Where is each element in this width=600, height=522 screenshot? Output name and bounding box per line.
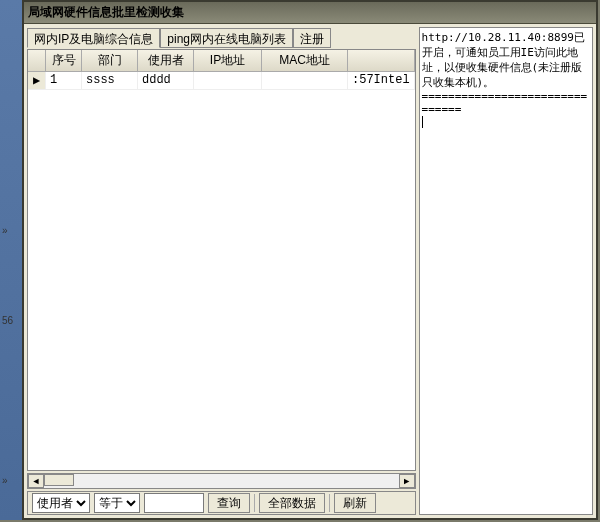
scroll-track[interactable] [44,474,399,488]
right-panel: http://10.28.11.40:8899已开启，可通知员工用IE访问此地址… [419,27,593,515]
memo-text: http://10.28.11.40:8899已开启，可通知员工用IE访问此地址… [422,31,588,116]
cell-seq[interactable]: 1 [46,72,82,89]
scroll-thumb[interactable] [44,474,74,486]
toolbar-divider [254,494,255,512]
all-data-button[interactable]: 全部数据 [259,493,325,513]
grid-header-row: 序号 部门 使用者 IP地址 MAC地址 [28,50,415,72]
operator-select[interactable]: 等于 [94,493,140,513]
col-header-mac[interactable]: MAC地址 [262,50,348,71]
content-area: 网内IP及电脑综合信息 ping网内在线电脑列表 注册 序号 部门 使用者 IP… [24,24,596,518]
left-panel: 网内IP及电脑综合信息 ping网内在线电脑列表 注册 序号 部门 使用者 IP… [27,27,416,515]
cell-user[interactable]: dddd [138,72,194,89]
left-sidebar-strip: » 56 » [0,0,22,520]
refresh-button[interactable]: 刷新 [334,493,376,513]
tab-register[interactable]: 注册 [293,28,331,48]
col-header-user[interactable]: 使用者 [138,50,194,71]
query-button[interactable]: 查询 [208,493,250,513]
col-header-ip[interactable]: IP地址 [194,50,262,71]
cell-ip[interactable] [194,72,262,89]
tab-ip-info[interactable]: 网内IP及电脑综合信息 [27,28,160,48]
data-grid: 序号 部门 使用者 IP地址 MAC地址 ▶ 1 ssss dddd [27,49,416,471]
table-row[interactable]: ▶ 1 ssss dddd :57Intel [28,72,415,90]
strip-mark-2: 56 [2,315,13,326]
tab-ping-list[interactable]: ping网内在线电脑列表 [160,28,293,48]
strip-mark-3: » [2,475,8,486]
window-title: 局域网硬件信息批里检测收集 [28,4,592,21]
field-select[interactable]: 使用者 [32,493,90,513]
cell-mac[interactable] [262,72,348,89]
strip-mark-1: » [2,225,8,236]
scroll-right-icon[interactable]: ► [399,474,415,488]
scroll-left-icon[interactable]: ◄ [28,474,44,488]
col-header-seq[interactable]: 序号 [46,50,82,71]
tab-strip: 网内IP及电脑综合信息 ping网内在线电脑列表 注册 [27,27,416,47]
row-indicator-icon: ▶ [28,72,46,89]
filter-toolbar: 使用者 等于 查询 全部数据 刷新 [27,491,416,515]
titlebar[interactable]: 局域网硬件信息批里检测收集 [24,2,596,24]
grid-body[interactable]: ▶ 1 ssss dddd :57Intel [28,72,415,470]
col-header-extra[interactable] [348,50,415,71]
filter-input[interactable] [144,493,204,513]
col-header-dept[interactable]: 部门 [82,50,138,71]
text-cursor [422,116,423,128]
log-memo[interactable]: http://10.28.11.40:8899已开启，可通知员工用IE访问此地址… [419,27,593,515]
toolbar-divider-2 [329,494,330,512]
cell-dept[interactable]: ssss [82,72,138,89]
main-window: 局域网硬件信息批里检测收集 网内IP及电脑综合信息 ping网内在线电脑列表 注… [22,0,598,520]
horizontal-scrollbar[interactable]: ◄ ► [27,473,416,489]
cell-extra[interactable]: :57Intel [348,72,415,89]
grid-corner [28,50,46,71]
